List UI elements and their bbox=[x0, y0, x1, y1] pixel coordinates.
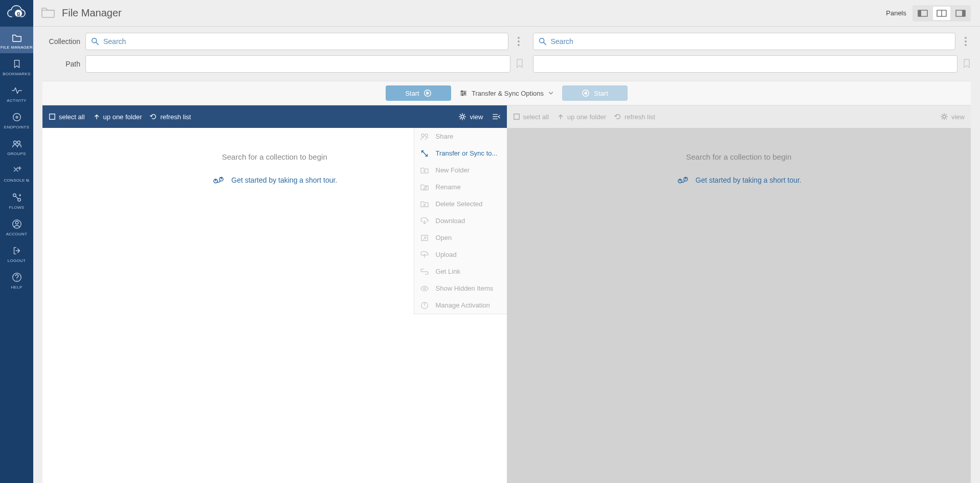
select-all-label: select all bbox=[59, 113, 85, 121]
path-input-left[interactable] bbox=[85, 55, 510, 73]
collection-search-input-right[interactable] bbox=[551, 37, 950, 46]
panels-label: Panels bbox=[886, 9, 906, 17]
refresh-button[interactable]: refresh list bbox=[614, 113, 655, 121]
empty-message: Search for a collection to begin bbox=[222, 152, 327, 161]
svg-point-22 bbox=[462, 94, 463, 96]
panel-single-left-button[interactable] bbox=[914, 7, 931, 20]
menu-show-hidden[interactable]: Show Hidden Items bbox=[414, 280, 507, 297]
nav-flows[interactable]: FLOWS bbox=[0, 187, 33, 213]
user-icon bbox=[11, 218, 23, 230]
up-one-folder-button[interactable]: up one folder bbox=[93, 113, 142, 121]
nav-activity[interactable]: ACTIVITY bbox=[0, 80, 33, 106]
transfer-icon bbox=[419, 149, 430, 158]
svg-point-38 bbox=[679, 179, 680, 180]
up-one-folder-button[interactable]: up one folder bbox=[557, 113, 606, 121]
collapse-menu-button[interactable] bbox=[492, 113, 501, 120]
start-label: Start bbox=[594, 90, 608, 97]
nav-logout[interactable]: LOGOUT bbox=[0, 240, 33, 267]
menu-share[interactable]: Share bbox=[414, 128, 507, 145]
panel-dual-button[interactable] bbox=[933, 7, 950, 20]
nav-label: ENDPOINTS bbox=[4, 125, 29, 129]
nav-label: GROUPS bbox=[7, 151, 26, 156]
nav-label: ACCOUNT bbox=[6, 232, 28, 236]
help-icon bbox=[11, 272, 23, 283]
svg-point-2 bbox=[13, 114, 20, 121]
refresh-label: refresh list bbox=[160, 113, 191, 121]
search-icon bbox=[91, 37, 99, 46]
path-input-right[interactable] bbox=[533, 55, 958, 73]
menu-label: Get Link bbox=[436, 268, 460, 275]
disc-icon bbox=[11, 112, 23, 123]
menu-label: Download bbox=[436, 217, 465, 225]
svg-rect-35 bbox=[514, 114, 519, 120]
sidebar: g FILE MANAGER BOOKMARKS ACTIVITY ENDPOI… bbox=[0, 0, 33, 483]
menu-new-folder[interactable]: New Folder bbox=[414, 162, 507, 179]
svg-point-9 bbox=[15, 222, 18, 224]
nav-help[interactable]: HELP bbox=[0, 267, 33, 293]
empty-message: Search for a collection to begin bbox=[686, 152, 791, 161]
menu-get-link[interactable]: Get Link bbox=[414, 263, 507, 280]
svg-point-20 bbox=[461, 91, 463, 92]
start-transfer-right-button[interactable]: Start bbox=[562, 85, 628, 101]
more-menu-left[interactable] bbox=[514, 37, 524, 46]
right-body: Search for a collection to begin Get sta… bbox=[507, 128, 971, 483]
path-row: Path bbox=[42, 55, 971, 73]
select-all-button[interactable]: select all bbox=[513, 113, 549, 121]
nav-account[interactable]: ACCOUNT bbox=[0, 213, 33, 240]
menu-rename[interactable]: Rename bbox=[414, 179, 507, 195]
view-options-button[interactable]: view bbox=[458, 113, 483, 121]
panel-single-right-button[interactable] bbox=[952, 7, 969, 20]
activity-icon bbox=[11, 85, 23, 96]
tour-link[interactable]: Get started by taking a short tour. bbox=[676, 174, 801, 186]
tour-link[interactable]: Get started by taking a short tour. bbox=[212, 174, 337, 186]
menu-manage-activation[interactable]: Manage Activation bbox=[414, 297, 507, 314]
svg-rect-12 bbox=[918, 10, 921, 16]
left-panel: select all up one folder refresh list vi… bbox=[42, 105, 507, 483]
eye-icon bbox=[419, 285, 430, 292]
nav-groups[interactable]: GROUPS bbox=[0, 133, 33, 160]
transfer-options-button[interactable]: Transfer & Sync Options bbox=[459, 89, 554, 97]
menu-upload[interactable]: Upload bbox=[414, 246, 507, 263]
menu-download[interactable]: Download bbox=[414, 212, 507, 229]
collection-search-left[interactable] bbox=[85, 33, 508, 50]
share-icon bbox=[419, 133, 430, 141]
bookmark-path-right[interactable] bbox=[963, 58, 971, 70]
svg-point-36 bbox=[943, 115, 945, 118]
more-menu-right[interactable] bbox=[961, 37, 971, 46]
view-options-button[interactable]: view bbox=[940, 113, 965, 121]
collection-row: Collection bbox=[42, 33, 971, 50]
select-all-button[interactable]: select all bbox=[49, 113, 85, 121]
nav-console[interactable]: CONSOLE ⧉ bbox=[0, 160, 33, 187]
nav-label: BOOKMARKS bbox=[3, 72, 30, 76]
svg-text:g: g bbox=[16, 11, 19, 16]
up-one-label: up one folder bbox=[567, 113, 606, 121]
newfolder-icon bbox=[419, 166, 430, 174]
collection-search-right[interactable] bbox=[533, 33, 956, 50]
nav-file-manager[interactable]: FILE MANAGER bbox=[0, 27, 33, 53]
open-icon bbox=[419, 234, 430, 242]
nav-bookmarks[interactable]: BOOKMARKS bbox=[0, 53, 33, 80]
nav-label: FILE MANAGER bbox=[1, 45, 33, 50]
menu-label: Share bbox=[436, 133, 454, 140]
tour-label: Get started by taking a short tour. bbox=[231, 176, 337, 184]
start-label: Start bbox=[405, 90, 419, 97]
collection-search-input-left[interactable] bbox=[103, 37, 503, 46]
menu-open[interactable]: Open bbox=[414, 229, 507, 246]
bookmark-path-left[interactable] bbox=[516, 58, 524, 70]
transfer-options-label: Transfer & Sync Options bbox=[472, 90, 544, 97]
start-transfer-left-button[interactable]: Start bbox=[386, 85, 451, 101]
nav-label: ACTIVITY bbox=[7, 98, 26, 103]
nav-endpoints[interactable]: ENDPOINTS bbox=[0, 106, 33, 133]
menu-delete[interactable]: Delete Selected bbox=[414, 195, 507, 212]
nav-label: FLOWS bbox=[9, 205, 25, 210]
logout-icon bbox=[11, 245, 23, 256]
svg-rect-24 bbox=[50, 114, 55, 120]
svg-point-33 bbox=[424, 288, 426, 290]
refresh-button[interactable]: refresh list bbox=[150, 113, 191, 121]
select-all-label: select all bbox=[523, 113, 549, 121]
svg-point-27 bbox=[215, 179, 216, 180]
right-toolbar: select all up one folder refresh list vi… bbox=[507, 105, 971, 128]
menu-transfer-sync[interactable]: Transfer or Sync to... bbox=[414, 145, 507, 162]
view-menu: Share Transfer or Sync to... New Folder … bbox=[414, 128, 507, 314]
menu-label: Show Hidden Items bbox=[436, 284, 494, 292]
